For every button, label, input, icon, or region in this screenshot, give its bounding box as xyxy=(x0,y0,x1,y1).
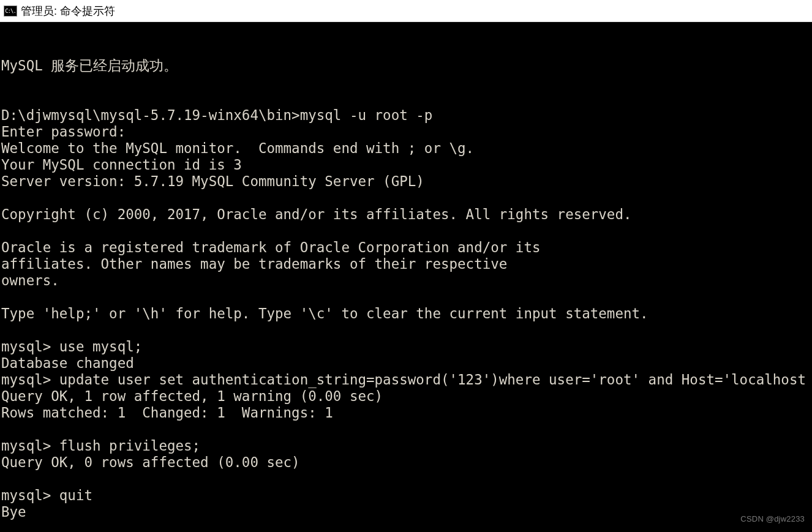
terminal-line xyxy=(1,289,812,305)
terminal-line: Oracle is a registered trademark of Orac… xyxy=(1,239,812,256)
window-title: 管理员: 命令提示符 xyxy=(21,4,115,18)
terminal-line xyxy=(1,223,812,239)
terminal-line: D:\djwmysql\mysql-5.7.19-winx64\bin>mysq… xyxy=(1,107,812,124)
terminal-line: Bye xyxy=(1,504,812,520)
terminal-line: Welcome to the MySQL monitor. Commands e… xyxy=(1,140,812,157)
terminal-line: affiliates. Other names may be trademark… xyxy=(1,256,812,272)
terminal-line: mysql> use mysql; xyxy=(1,339,812,355)
window-titlebar[interactable]: C:\. 管理员: 命令提示符 xyxy=(0,0,812,22)
terminal-line: Query OK, 1 row affected, 1 warning (0.0… xyxy=(1,388,812,405)
terminal-line xyxy=(1,520,812,532)
terminal-line: Server version: 5.7.19 MySQL Community S… xyxy=(1,173,812,190)
terminal-line: Your MySQL connection id is 3 xyxy=(1,157,812,173)
terminal-line: Database changed xyxy=(1,355,812,372)
terminal-line: Enter password: xyxy=(1,124,812,140)
terminal-line xyxy=(1,471,812,487)
terminal-line xyxy=(1,190,812,206)
terminal-line: Query OK, 0 rows affected (0.00 sec) xyxy=(1,454,812,471)
terminal-line xyxy=(1,74,812,91)
terminal-line: mysql> update user set authentication_st… xyxy=(1,372,812,388)
terminal-line xyxy=(1,91,812,107)
terminal-line xyxy=(1,421,812,438)
terminal-line xyxy=(1,322,812,339)
terminal-line: mysql> quit xyxy=(1,487,812,504)
terminal-output: MySQL 服务已经启动成功。 D:\djwmysql\mysql-5.7.19… xyxy=(1,58,812,532)
terminal-line: owners. xyxy=(1,272,812,289)
terminal-line: Copyright (c) 2000, 2017, Oracle and/or … xyxy=(1,206,812,223)
terminal-area[interactable]: MySQL 服务已经启动成功。 D:\djwmysql\mysql-5.7.19… xyxy=(0,22,812,532)
terminal-line: mysql> flush privileges; xyxy=(1,438,812,454)
watermark-text: CSDN @djw2233 xyxy=(740,511,805,527)
cmd-icon: C:\. xyxy=(4,6,17,17)
terminal-line: Type 'help;' or '\h' for help. Type '\c'… xyxy=(1,305,812,322)
terminal-line: Rows matched: 1 Changed: 1 Warnings: 1 xyxy=(1,405,812,421)
terminal-line: MySQL 服务已经启动成功。 xyxy=(1,58,812,74)
